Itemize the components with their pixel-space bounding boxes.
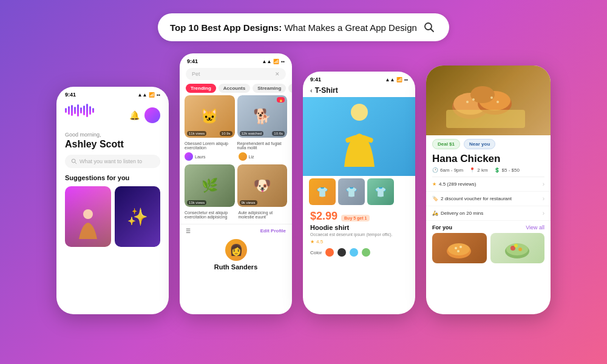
search-bar-container: Top 10 Best App Designs: What Makes a Gr… [0, 0, 607, 41]
product-price-row: $2.99 Buy 5 get 1 [303, 207, 415, 224]
back-icon[interactable]: ‹ [310, 87, 313, 94]
restaurant-meta: 🕐 6am - 9pm 📍 2 km 💲 $5 - $50 [426, 167, 551, 177]
color-option-orange[interactable] [325, 248, 334, 257]
rating-text: 4.5 (289 reviews) [439, 181, 476, 187]
wifi-icon: 📶 [396, 77, 402, 83]
hamburger-icon[interactable]: ☰ [186, 228, 191, 234]
svg-point-14 [472, 98, 475, 101]
waveform-bar [80, 107, 82, 113]
svg-point-22 [457, 250, 459, 252]
food-tags: Deal $1 Near you [426, 135, 551, 152]
signal-icon: ▲▲ [262, 59, 271, 64]
svg-point-13 [466, 101, 469, 103]
color-option-black[interactable] [337, 248, 346, 257]
video-thumb-cat[interactable]: 🐱 11k views 10.9s [185, 95, 235, 138]
post-text-2: Reprehenderit ad fugiat nulla mollit [237, 141, 288, 150]
tab-streaming[interactable]: Streaming [253, 84, 286, 93]
product-category: T-Shirt [315, 86, 338, 95]
social-status-icons: ▲▲ 📶 ▪▪ [262, 58, 285, 64]
food-hero-image: 🍗 [426, 66, 551, 135]
music-greeting: Good morning, [56, 123, 169, 139]
product-colors: Color [303, 247, 415, 258]
svg-point-20 [455, 247, 457, 249]
author-avatar-1 [185, 152, 193, 161]
tab-auto[interactable]: Auto [288, 84, 292, 93]
suggestion-card-1[interactable] [65, 186, 111, 247]
video-grid: 🐱 11k views 10.9s 🐕 🔥 12k watched 10.6s [180, 95, 292, 140]
suggestion-card-2[interactable]: ✨ [115, 186, 161, 247]
battery-icon: ▪▪ [157, 92, 160, 98]
for-you-section: For you View all [426, 221, 551, 233]
battery-icon: ▪▪ [404, 77, 408, 83]
signal-icon: ▲▲ [137, 92, 147, 98]
discount-text: 2 discount voucher for restaurant [441, 196, 512, 201]
music-header-actions: 🔔 [56, 107, 169, 123]
rating-value: 4.5 [316, 239, 323, 244]
author-avatar-2 [239, 152, 247, 161]
location-icon: 📍 [469, 167, 475, 173]
tab-trending[interactable]: Trending [186, 84, 216, 93]
music-search-input[interactable]: What you want to listen to [65, 155, 160, 168]
view-all-link[interactable]: View all [526, 224, 544, 231]
food-item-salad[interactable] [490, 233, 545, 263]
waveform-bar [83, 106, 85, 115]
search-icon[interactable] [421, 19, 437, 35]
social-status-bar: 9:41 ▲▲ 📶 ▪▪ [180, 53, 292, 67]
svg-point-15 [490, 96, 493, 99]
social-status-time: 9:41 [187, 58, 198, 64]
price-icon: 💲 [494, 167, 500, 173]
music-status-time: 9:41 [65, 92, 76, 98]
thumb-2[interactable]: 👕 [338, 178, 365, 205]
product-desc: Occaecat est deserunt ipsum (tempor offi… [303, 232, 415, 237]
music-search-placeholder: What you want to listen to [80, 158, 142, 164]
tab-accounts[interactable]: Accounts [219, 84, 250, 93]
video-thumb-dog[interactable]: 🐕 🔥 12k watched 10.6s [237, 95, 288, 138]
search-bar[interactable]: Top 10 Best App Designs: What Makes a Gr… [158, 13, 449, 41]
search-normal-text: What Makes a Great App Design [284, 22, 416, 33]
music-status-icons: ▲▲ 📶 ▪▪ [137, 92, 160, 98]
svg-point-21 [459, 246, 462, 248]
bell-icon[interactable]: 🔔 [129, 110, 140, 120]
product-title: Hoodie shirt [303, 224, 415, 232]
video-grid-2: 🌿 13k views 🐶 9k views [180, 164, 292, 209]
user-avatar[interactable] [144, 107, 160, 123]
edit-profile-btn[interactable]: Edit Profile [260, 228, 286, 234]
battery-icon: ▪▪ [281, 59, 285, 64]
svg-line-1 [431, 29, 434, 32]
waveform-bar [74, 107, 76, 114]
post-text-4: Aute adipisicing ut molestie euunt [239, 211, 288, 219]
video-duration-1: 10.9s [220, 131, 232, 136]
post-author-1: Laurs [185, 152, 234, 161]
social-search-placeholder: Pet [192, 71, 200, 77]
svg-point-27 [514, 244, 518, 248]
discount-icon: 🏷️ [432, 196, 438, 201]
thumb-1[interactable]: 👕 [309, 178, 336, 205]
food-discount-item[interactable]: 🏷️ 2 discount voucher for restaurant › [426, 192, 551, 206]
video-hot-badge: 🔥 [277, 97, 285, 103]
color-option-blue[interactable] [350, 248, 358, 257]
social-tabs: Trending Accounts Streaming Auto [180, 83, 292, 95]
deal-tag: Deal $1 [432, 139, 460, 149]
shop-back-nav[interactable]: ‹ T-Shirt [303, 85, 415, 97]
shop-status-time: 9:41 [310, 76, 321, 83]
search-text: Top 10 Best App Designs: What Makes a Gr… [170, 22, 417, 33]
waveform-bar [92, 108, 94, 113]
svg-point-4 [83, 209, 93, 219]
food-item-fried[interactable] [432, 233, 487, 263]
suggestions-grid: ✨ [56, 186, 169, 247]
video-thumb-cat2[interactable]: 🌿 13k views [185, 164, 235, 207]
video-views-4: 9k views [240, 200, 257, 205]
profile-avatar-large: 👩 [225, 239, 247, 261]
social-search[interactable]: Pet ✕ [186, 68, 286, 80]
video-views-2: 12k watched [240, 131, 264, 136]
svg-rect-17 [446, 110, 525, 128]
author-name-1: Laurs [195, 155, 206, 159]
food-rating-item[interactable]: ★ 4.5 (289 reviews) › [426, 177, 551, 192]
video-thumb-dog2[interactable]: 🐶 9k views [237, 164, 288, 207]
restaurant-name: Hana Chicken [426, 152, 551, 167]
signal-icon: ▲▲ [385, 77, 395, 83]
color-option-green[interactable] [362, 248, 370, 257]
thumb-3[interactable]: 👕 [367, 178, 394, 205]
music-username: Ashley Scott [56, 139, 169, 155]
food-delivery-item[interactable]: 🛵 Delivery on 20 mins › [426, 206, 551, 221]
